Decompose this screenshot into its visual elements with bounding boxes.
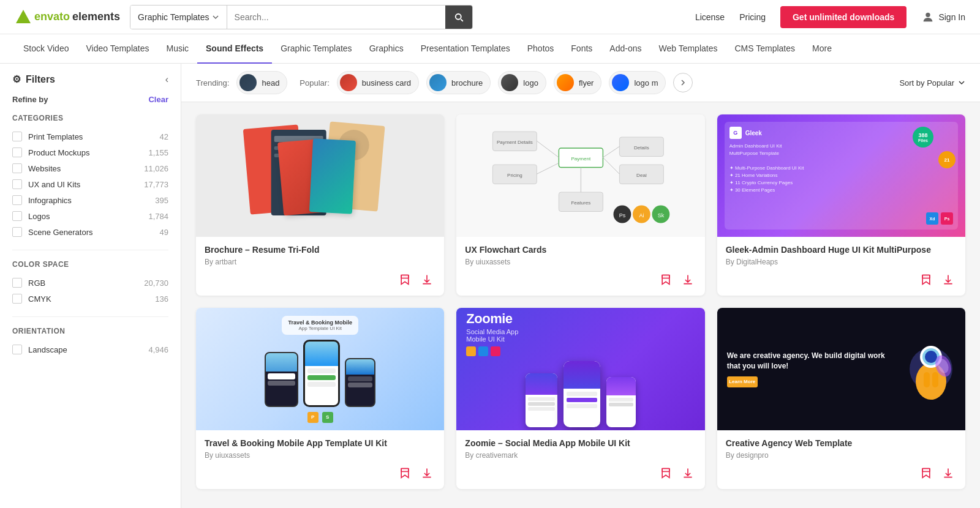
trending-chip-head[interactable]: head bbox=[236, 71, 287, 94]
nav-item-fonts[interactable]: Fonts bbox=[562, 34, 601, 64]
svg-line-22 bbox=[537, 141, 559, 157]
filter-count: 1,784 bbox=[148, 212, 168, 221]
bookmark-button[interactable] bbox=[396, 465, 413, 482]
svg-point-1 bbox=[926, 12, 930, 17]
card-actions bbox=[205, 465, 435, 482]
nav-item-stock-video[interactable]: Stock Video bbox=[15, 34, 77, 64]
bookmark-button[interactable] bbox=[918, 465, 935, 482]
svg-line-23 bbox=[537, 163, 559, 174]
nav-item-photos[interactable]: Photos bbox=[519, 34, 563, 64]
nav-item-sound-effects[interactable]: Sound Effects bbox=[197, 34, 272, 64]
search-icon bbox=[453, 12, 464, 23]
download-button[interactable] bbox=[679, 465, 696, 482]
svg-text:Payment: Payment bbox=[571, 156, 591, 162]
card-body: Zoomie – Social Media App Mobile UI Kit … bbox=[456, 430, 704, 489]
popular-chip-logo-m[interactable]: logo m bbox=[609, 71, 666, 94]
logo[interactable]: envatoelements bbox=[15, 9, 120, 26]
bookmark-button[interactable] bbox=[918, 271, 935, 288]
download-button[interactable] bbox=[940, 271, 957, 288]
download-icon bbox=[682, 274, 694, 286]
filter-ux-ui-kits[interactable]: UX and UI Kits 17,773 bbox=[12, 176, 168, 192]
download-icon bbox=[421, 467, 433, 479]
search-input[interactable] bbox=[227, 6, 446, 29]
filter-checkbox bbox=[12, 278, 22, 288]
sort-label: Sort by Popular bbox=[899, 78, 954, 88]
svg-text:Features: Features bbox=[571, 200, 590, 206]
card-actions bbox=[726, 465, 957, 482]
filter-print-templates[interactable]: Print Templates 42 bbox=[12, 129, 168, 144]
sidebar-divider-2 bbox=[12, 316, 168, 317]
filter-product-mockups[interactable]: Product Mockups 1,155 bbox=[12, 144, 168, 160]
filter-logos[interactable]: Logos 1,784 bbox=[12, 208, 168, 224]
bookmark-icon bbox=[399, 467, 411, 479]
bookmark-button[interactable] bbox=[657, 465, 674, 482]
download-button[interactable] bbox=[679, 271, 696, 288]
download-button[interactable] bbox=[418, 271, 435, 288]
filter-rgb[interactable]: RGB 20,730 bbox=[12, 275, 168, 291]
flowchart-svg: Payment Details Pricing Payment Details … bbox=[469, 121, 693, 231]
clear-filters-link[interactable]: Clear bbox=[148, 95, 168, 104]
pricing-link[interactable]: Pricing bbox=[739, 12, 766, 22]
chevron-right-icon bbox=[679, 79, 687, 86]
filter-landscape[interactable]: Landscape 4,946 bbox=[12, 342, 168, 357]
nav-item-video-templates[interactable]: Video Templates bbox=[77, 34, 157, 64]
cta-button[interactable]: Get unlimited downloads bbox=[780, 6, 907, 28]
svg-rect-9 bbox=[401, 275, 409, 278]
filter-count: 4,946 bbox=[148, 345, 168, 354]
card-author: By uiuxassets bbox=[465, 258, 696, 266]
license-link[interactable]: License bbox=[695, 12, 725, 22]
svg-text:Sk: Sk bbox=[657, 212, 664, 219]
download-button[interactable] bbox=[418, 465, 435, 482]
filter-count: 11,026 bbox=[144, 164, 168, 173]
filter-websites[interactable]: Websites 11,026 bbox=[12, 160, 168, 176]
sidebar-collapse-button[interactable]: ‹ bbox=[165, 74, 168, 85]
svg-point-8 bbox=[339, 130, 369, 160]
filter-cmyk[interactable]: CMYK 136 bbox=[12, 291, 168, 307]
bookmark-icon bbox=[920, 467, 932, 479]
filter-scene-generators[interactable]: Scene Generators 49 bbox=[12, 224, 168, 240]
nav-item-add-ons[interactable]: Add-ons bbox=[601, 34, 650, 64]
card-body: Creative Agency Web Template By designpr… bbox=[717, 430, 965, 489]
card-author: By designpro bbox=[726, 451, 957, 460]
svg-rect-46 bbox=[922, 469, 930, 472]
popular-chip-business-card[interactable]: business card bbox=[337, 71, 419, 94]
chip-avatar bbox=[340, 74, 357, 91]
nav-item-graphics[interactable]: Graphics bbox=[361, 34, 412, 64]
card-author: By creativemark bbox=[465, 451, 696, 460]
card-thumbnail: Travel & Booking Mobile App Template UI … bbox=[196, 308, 444, 430]
nav-item-web-templates[interactable]: Web Templates bbox=[650, 34, 726, 64]
nav-item-graphic-templates[interactable]: Graphic Templates bbox=[272, 34, 360, 64]
nav-item-music[interactable]: Music bbox=[157, 34, 197, 64]
bookmark-button[interactable] bbox=[657, 271, 674, 288]
card-dashboard[interactable]: G Gleek Admin Dashboard UI Kit MultiPurp… bbox=[717, 114, 965, 296]
sort-dropdown[interactable]: Sort by Popular bbox=[899, 78, 965, 88]
card-title: Creative Agency Web Template bbox=[726, 438, 957, 449]
search-category-dropdown[interactable]: Graphic Templates bbox=[130, 6, 227, 29]
popular-chip-flyer[interactable]: flyer bbox=[554, 71, 602, 94]
svg-text:Pricing: Pricing bbox=[507, 173, 522, 178]
card-author: By artbart bbox=[205, 258, 435, 266]
card-actions bbox=[726, 271, 957, 288]
card-mobile[interactable]: Travel & Booking Mobile App Template UI … bbox=[196, 308, 444, 489]
main-layout: ⚙ Filters ‹ Refine by Clear Categories P… bbox=[0, 64, 980, 508]
nav-item-more[interactable]: More bbox=[804, 34, 840, 64]
download-button[interactable] bbox=[940, 465, 957, 482]
card-zoomie[interactable]: Zoomie Social Media App Mobile UI Kit bbox=[456, 308, 704, 489]
card-flowchart[interactable]: Payment Details Pricing Payment Details … bbox=[456, 114, 704, 296]
filter-count: 136 bbox=[155, 294, 168, 304]
nav-item-presentation-templates[interactable]: Presentation Templates bbox=[412, 34, 519, 64]
grid-area: Brochure – Resume Tri-Fold By artbart bbox=[181, 102, 980, 501]
card-agency[interactable]: We are creative agency. We build digital… bbox=[717, 308, 965, 489]
brochure-thumbnail-visual bbox=[196, 114, 444, 237]
search-button[interactable] bbox=[445, 6, 472, 29]
sign-in-button[interactable]: Sign In bbox=[921, 10, 965, 24]
popular-chip-logo[interactable]: logo bbox=[498, 71, 546, 94]
popular-chip-brochure[interactable]: brochure bbox=[426, 71, 491, 94]
card-brochure[interactable]: Brochure – Resume Tri-Fold By artbart bbox=[196, 114, 444, 296]
filter-infographics[interactable]: Infographics 395 bbox=[12, 192, 168, 208]
chip-avatar bbox=[239, 74, 257, 91]
nav-item-cms-templates[interactable]: CMS Templates bbox=[726, 34, 804, 64]
card-thumbnail: Zoomie Social Media App Mobile UI Kit bbox=[456, 308, 704, 430]
bookmark-button[interactable] bbox=[396, 271, 413, 288]
trending-next-button[interactable] bbox=[673, 73, 693, 92]
